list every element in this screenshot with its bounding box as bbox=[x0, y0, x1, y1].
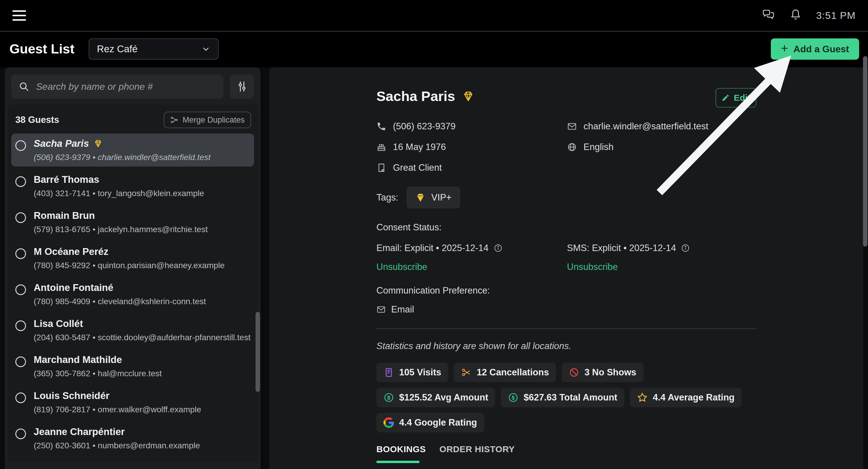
edit-label: Edit bbox=[734, 93, 751, 103]
edit-button[interactable]: Edit bbox=[716, 88, 756, 107]
note-icon bbox=[376, 163, 386, 173]
unsubscribe-sms-link[interactable]: Unsubscribe bbox=[567, 262, 618, 272]
guest-birthday: 16 May 1976 bbox=[376, 142, 567, 152]
active-tab-underline bbox=[376, 461, 420, 463]
guest-row[interactable]: M Océane Peréz (780) 845-9292 • quinton.… bbox=[11, 242, 254, 275]
profile-tabs: BOOKINGS ORDER HISTORY bbox=[376, 444, 756, 454]
dollar-circle-icon: $ bbox=[383, 392, 394, 403]
communication-preference-value: Email bbox=[391, 304, 414, 315]
consent-sms-column: SMS: Explicit • 2025-12-14 Unsubscribe bbox=[567, 243, 756, 272]
guest-row[interactable]: Marchand Mathilde (365) 305-7862 • hal@m… bbox=[11, 350, 254, 383]
no-shows-icon bbox=[569, 367, 579, 378]
phone-icon bbox=[376, 121, 386, 131]
communication-preference-title: Communication Preference: bbox=[376, 285, 756, 296]
stats-note: Statistics and history are shown for all… bbox=[376, 341, 756, 351]
search-icon bbox=[18, 81, 30, 92]
radio-unchecked-icon[interactable] bbox=[16, 140, 26, 151]
guest-note: Great Client bbox=[376, 162, 567, 173]
radio-unchecked-icon[interactable] bbox=[16, 212, 26, 223]
search-input[interactable] bbox=[35, 81, 216, 92]
hamburger-menu-icon[interactable] bbox=[12, 10, 26, 21]
dollar-circle-icon: $ bbox=[508, 392, 519, 403]
filter-sliders-icon bbox=[236, 80, 248, 93]
stat-google-rating: 4.4 Google Rating bbox=[376, 413, 484, 432]
clock-time: 3:51 PM bbox=[816, 10, 856, 21]
guest-list-panel: 38 Guests Merge Duplicates Sacha Paris bbox=[5, 67, 260, 469]
vip-gem-icon bbox=[462, 90, 474, 102]
google-icon bbox=[383, 417, 394, 428]
consent-section: Consent Status: Email: Explicit • 2025-1… bbox=[376, 222, 756, 272]
guest-row[interactable]: Barré Thomas (403) 321-7141 • tory_lango… bbox=[11, 169, 254, 202]
radio-unchecked-icon[interactable] bbox=[16, 284, 26, 295]
birthday-cake-icon bbox=[376, 142, 386, 152]
tags-label: Tags: bbox=[376, 192, 398, 203]
radio-unchecked-icon[interactable] bbox=[16, 429, 26, 439]
stat-avg-amount: $ $125.52 Avg Amount bbox=[376, 388, 495, 407]
guest-email: charlie.windler@satterfield.test bbox=[567, 121, 756, 132]
consent-sms-status: SMS: Explicit • 2025-12-14 bbox=[567, 243, 676, 253]
guest-row[interactable]: Jeanne Charpéntier (250) 620-3601 • numb… bbox=[11, 422, 254, 455]
plus-icon: + bbox=[781, 42, 788, 55]
location-selector[interactable]: Rez Café bbox=[89, 38, 219, 60]
stat-no-shows: 3 No Shows bbox=[562, 363, 644, 382]
guest-list-scrollbar[interactable] bbox=[255, 312, 260, 392]
vip-gem-icon bbox=[415, 193, 426, 202]
info-icon[interactable] bbox=[681, 243, 690, 253]
communication-preference: Communication Preference: Email bbox=[376, 285, 756, 315]
radio-unchecked-icon[interactable] bbox=[16, 393, 26, 403]
guests-section: 38 Guests Merge Duplicates Sacha Paris bbox=[8, 104, 258, 462]
stats-chips: 105 Visits 12 Cancellations 3 No Shows bbox=[376, 363, 757, 432]
page-scrollbar[interactable] bbox=[863, 56, 867, 247]
top-bar: 3:51 PM bbox=[0, 0, 868, 32]
tab-order-history[interactable]: ORDER HISTORY bbox=[439, 444, 515, 454]
filter-button[interactable] bbox=[230, 74, 254, 99]
pencil-icon bbox=[721, 94, 730, 102]
guest-name-title: Sacha Paris bbox=[376, 88, 474, 104]
guest-phone: (506) 623-9379 bbox=[376, 121, 567, 132]
guest-language: English bbox=[567, 142, 756, 152]
consent-email-status: Email: Explicit • 2025-12-14 bbox=[376, 243, 489, 253]
globe-icon bbox=[567, 142, 577, 152]
page-header: Guest List Rez Café + Add a Guest bbox=[0, 32, 868, 66]
notifications-bell-icon[interactable] bbox=[789, 8, 802, 23]
radio-unchecked-icon[interactable] bbox=[16, 248, 26, 259]
radio-unchecked-icon[interactable] bbox=[16, 320, 26, 331]
unsubscribe-email-link[interactable]: Unsubscribe bbox=[376, 262, 427, 272]
search-box[interactable] bbox=[11, 74, 223, 99]
tab-bookings[interactable]: BOOKINGS bbox=[376, 444, 426, 454]
tag-chip-vip[interactable]: VIP+ bbox=[406, 187, 460, 209]
guest-list: Sacha Paris (506) 623-9379 • charlie.win… bbox=[11, 133, 254, 455]
guest-count: 38 Guests bbox=[16, 115, 59, 125]
guest-row[interactable]: Lisa Collét (204) 630-5487 • scottie.doo… bbox=[11, 314, 254, 347]
messages-icon[interactable] bbox=[762, 8, 775, 23]
section-divider bbox=[376, 329, 756, 329]
consent-email-column: Email: Explicit • 2025-12-14 Unsubscribe bbox=[376, 243, 567, 272]
add-guest-button[interactable]: + Add a Guest bbox=[771, 38, 859, 60]
content-area: 38 Guests Merge Duplicates Sacha Paris bbox=[0, 67, 868, 469]
merge-icon bbox=[170, 116, 179, 124]
location-selector-value: Rez Café bbox=[97, 43, 138, 55]
visits-icon bbox=[383, 367, 394, 378]
guest-row[interactable]: Antoine Fontainé (780) 985-4909 • clevel… bbox=[11, 278, 254, 311]
guest-row-selected[interactable]: Sacha Paris (506) 623-9379 • charlie.win… bbox=[11, 133, 254, 166]
info-icon[interactable] bbox=[493, 243, 503, 253]
merge-duplicates-button[interactable]: Merge Duplicates bbox=[164, 112, 251, 128]
merge-duplicates-label: Merge Duplicates bbox=[183, 116, 245, 125]
add-guest-label: Add a Guest bbox=[794, 44, 849, 55]
star-icon bbox=[637, 392, 648, 403]
cancellations-icon bbox=[461, 367, 471, 378]
radio-unchecked-icon[interactable] bbox=[16, 356, 26, 367]
page-title: Guest List bbox=[9, 41, 74, 57]
guest-row[interactable]: Louis Schneidér (819) 706-2817 • omer.wa… bbox=[11, 386, 254, 419]
consent-title: Consent Status: bbox=[376, 222, 756, 233]
stat-cancellations: 12 Cancellations bbox=[454, 363, 556, 382]
guest-row[interactable]: Romain Brun (579) 813-6765 • jackelyn.ha… bbox=[11, 206, 254, 239]
envelope-icon bbox=[376, 305, 386, 314]
chevron-down-icon bbox=[202, 44, 210, 54]
guest-list-app: 3:51 PM Guest List Rez Café + Add a Gues… bbox=[0, 0, 868, 469]
guest-profile-panel: Sacha Paris Edit (506) 6 bbox=[269, 67, 863, 469]
vip-gem-icon bbox=[94, 139, 102, 148]
stat-total-amount: $ $627.63 Total Amount bbox=[501, 388, 624, 407]
radio-unchecked-icon[interactable] bbox=[16, 176, 26, 187]
svg-text:$: $ bbox=[387, 395, 391, 401]
